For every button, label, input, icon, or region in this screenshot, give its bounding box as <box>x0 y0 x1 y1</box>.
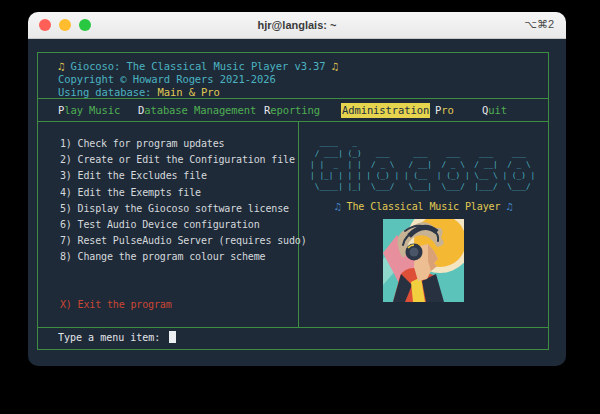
branding-panel: ____ _ / ___| (_) ___ ___ ___ ___ ___ | … <box>299 122 548 327</box>
menu-bar: Play Music Database Management Reporting… <box>38 98 548 121</box>
beethoven-image <box>383 219 464 302</box>
music-note-icon: ♫ <box>335 201 341 212</box>
menu-item-1[interactable]: 1) Check for program updates <box>60 136 298 152</box>
terminal-screen[interactable]: ♫ Giocoso: The Classical Music Player v3… <box>28 39 566 366</box>
terminal-window: hjr@langlais: ~ ⌥⌘2 ♫ Giocoso: The Class… <box>28 12 566 366</box>
administration-menu: 1) Check for program updates 2) Create o… <box>38 122 299 327</box>
zoom-button[interactable] <box>79 19 91 31</box>
app-title: Giocoso: The Classical Music Player v3.3… <box>70 60 325 72</box>
giocoso-ascii-logo: ____ _ / ___| (_) ___ ___ ___ ___ ___ | … <box>310 137 548 192</box>
close-button[interactable] <box>39 19 51 31</box>
music-note-icon: ♫ <box>506 201 512 212</box>
menubar-item-database-management[interactable]: Database Management <box>138 99 256 121</box>
prompt-bar: Type a menu item: <box>38 327 548 348</box>
app-title-line: ♫ Giocoso: The Classical Music Player v3… <box>58 60 548 73</box>
title-bar[interactable]: hjr@langlais: ~ ⌥⌘2 <box>28 12 566 39</box>
menu-item-2[interactable]: 2) Create or Edit the Configuration file <box>60 152 298 168</box>
window-title: hjr@langlais: ~ <box>258 19 337 31</box>
text-cursor[interactable] <box>169 331 176 343</box>
menu-item-4[interactable]: 4) Edit the Exempts file <box>60 185 298 201</box>
menubar-item-play-music[interactable]: Play Music <box>58 99 120 121</box>
menu-item-8[interactable]: 8) Change the program colour scheme <box>60 249 298 265</box>
tagline: ♫ The Classical Music Player ♫ <box>299 201 548 212</box>
traffic-lights <box>39 19 91 31</box>
menubar-item-reporting[interactable]: Reporting <box>264 99 320 121</box>
menu-item-3[interactable]: 3) Edit the Excludes file <box>60 168 298 184</box>
database-value: Main & Pro <box>158 86 220 98</box>
menubar-item-administration-active[interactable]: Administration <box>341 103 430 118</box>
menu-item-7[interactable]: 7) Reset PulseAudio Server (requires sud… <box>60 233 298 249</box>
database-label: Using database: <box>58 86 158 98</box>
main-area: 1) Check for program updates 2) Create o… <box>38 121 548 327</box>
prompt-label: Type a menu item: <box>58 332 160 343</box>
window-shortcut-badge: ⌥⌘2 <box>524 18 554 31</box>
menu-item-5[interactable]: 5) Display the Giocoso software license <box>60 201 298 217</box>
menu-item-6[interactable]: 6) Test Audio Device configuration <box>60 217 298 233</box>
app-header: ♫ Giocoso: The Classical Music Player v3… <box>38 53 548 98</box>
menu-item-exit[interactable]: X) Exit the program <box>60 297 298 313</box>
spacer <box>60 266 298 297</box>
music-note-icon: ♫ <box>332 60 338 72</box>
giocoso-frame: ♫ Giocoso: The Classical Music Player v3… <box>37 52 549 350</box>
menubar-item-quit[interactable]: Quit <box>482 99 507 121</box>
copyright-line: Copyright © Howard Rogers 2021-2026 <box>58 73 548 86</box>
minimize-button[interactable] <box>59 19 71 31</box>
music-note-icon: ♫ <box>58 60 64 72</box>
desktop: { "window": { "title": "hjr@langlais: ~"… <box>0 0 600 414</box>
menubar-item-pro[interactable]: Pro <box>435 99 454 121</box>
